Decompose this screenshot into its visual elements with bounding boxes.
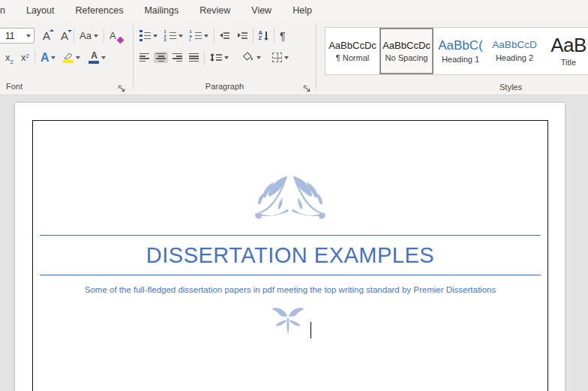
align-left-icon xyxy=(140,53,149,62)
decrease-indent-button[interactable] xyxy=(218,31,232,41)
styles-group: AaBbCcDc ¶ Normal AaBbCcDc No Spacing Aa… xyxy=(321,21,588,95)
shading-button[interactable] xyxy=(240,50,263,66)
decrease-indent-icon xyxy=(220,32,230,39)
tab-help[interactable]: Help xyxy=(292,5,312,16)
borders-button[interactable] xyxy=(270,51,291,64)
font-color-button[interactable]: A xyxy=(86,50,108,65)
small-leaf-ornament xyxy=(269,305,307,340)
align-right-icon xyxy=(172,53,182,62)
style-label: Title xyxy=(561,58,576,67)
divider xyxy=(104,29,104,44)
style-label: ¶ Normal xyxy=(336,53,369,62)
document-title[interactable]: DISSERTATION EXAMPLES xyxy=(33,239,548,272)
chevron-down-icon xyxy=(76,56,80,59)
tab-layout[interactable]: Layout xyxy=(26,5,55,16)
justify-button[interactable] xyxy=(187,52,201,63)
tab-references[interactable]: References xyxy=(75,5,123,16)
style-sample: AaBbCcDc xyxy=(382,41,430,50)
ribbon: 11 A A Aa A xyxy=(0,21,588,95)
caret-down-icon xyxy=(68,30,72,32)
paragraph-dialog-launcher[interactable] xyxy=(303,83,312,92)
borders-icon xyxy=(272,53,282,62)
change-case-button[interactable]: Aa xyxy=(77,29,100,43)
align-center-icon xyxy=(156,53,166,62)
chevron-down-icon xyxy=(284,56,289,59)
pilcrow-icon: ¶ xyxy=(280,31,286,41)
title-top-rule xyxy=(40,235,541,236)
line-spacing-button[interactable] xyxy=(208,52,231,63)
text-cursor xyxy=(310,322,312,338)
style-normal[interactable]: AaBbCcDc ¶ Normal xyxy=(326,28,380,74)
tab-review[interactable]: Review xyxy=(200,5,230,16)
styles-group-label: Styles xyxy=(500,83,522,92)
divider xyxy=(34,50,35,65)
justify-icon xyxy=(189,53,199,62)
text-highlight-button[interactable] xyxy=(61,51,82,65)
chevron-down-icon xyxy=(224,56,229,59)
document-subtitle[interactable]: Some of the full-fledged dissertation pa… xyxy=(33,285,548,294)
chevron-down-icon xyxy=(26,35,31,38)
word-window: n Layout References Mailings Review View… xyxy=(0,0,588,391)
styles-gallery: AaBbCcDc ¶ Normal AaBbCcDc No Spacing Aa… xyxy=(325,27,588,75)
grow-font-button[interactable]: A xyxy=(40,29,52,43)
change-case-icon: Aa xyxy=(80,30,92,41)
floral-flourish-ornament xyxy=(33,173,548,224)
style-sample: AaB xyxy=(550,35,586,55)
chevron-down-icon xyxy=(256,56,261,59)
eraser-diamond-icon xyxy=(116,37,124,44)
caret-up-icon xyxy=(50,29,54,32)
align-right-button[interactable] xyxy=(170,52,184,63)
text-effects-icon: A xyxy=(40,52,50,64)
document-page[interactable]: DISSERTATION EXAMPLES Some of the full-f… xyxy=(15,103,565,391)
chevron-down-icon xyxy=(101,56,106,59)
tab-view[interactable]: View xyxy=(251,5,272,16)
font-size-value: 11 xyxy=(5,31,14,41)
tab-design-partial[interactable]: n xyxy=(0,5,5,16)
chevron-down-icon xyxy=(204,35,208,38)
align-center-button[interactable] xyxy=(154,52,168,63)
paragraph-group-label: Paragraph xyxy=(137,82,312,91)
subscript-button[interactable]: x2 xyxy=(3,51,16,64)
style-sample: AaBbC( xyxy=(438,39,483,52)
title-bottom-rule xyxy=(40,275,541,275)
chevron-down-icon xyxy=(94,35,98,38)
paragraph-group: 123 1ai xyxy=(137,26,312,68)
style-sample: AaBbCcDc xyxy=(328,41,376,50)
divider xyxy=(74,29,74,44)
sort-button[interactable]: AZ xyxy=(256,29,271,42)
tab-mailings[interactable]: Mailings xyxy=(144,5,178,16)
style-label: No Spacing xyxy=(386,53,428,62)
chevron-down-icon xyxy=(51,56,56,59)
style-heading-2[interactable]: AaBbCcD Heading 2 xyxy=(488,28,542,74)
style-label: Heading 2 xyxy=(496,53,533,62)
font-group: 11 A A Aa A xyxy=(3,26,132,68)
align-left-button[interactable] xyxy=(137,52,152,63)
page-border: DISSERTATION EXAMPLES Some of the full-f… xyxy=(32,120,548,391)
paint-bucket-icon xyxy=(242,51,254,65)
style-heading-1[interactable]: AaBbC( Heading 1 xyxy=(434,28,488,74)
clear-formatting-button[interactable]: A xyxy=(107,29,118,43)
superscript-icon: x2 xyxy=(21,53,29,62)
numbering-button[interactable]: 123 xyxy=(162,29,185,42)
style-no-spacing[interactable]: AaBbCcDc No Spacing xyxy=(380,28,434,74)
highlight-color-bar xyxy=(63,60,74,63)
ribbon-tab-bar: n Layout References Mailings Review View… xyxy=(0,0,588,21)
chevron-down-icon xyxy=(178,35,183,38)
bullets-button[interactable] xyxy=(137,29,160,44)
show-paragraph-marks-button[interactable]: ¶ xyxy=(278,29,288,43)
highlighter-icon xyxy=(63,53,74,63)
numbered-list-icon: 123 xyxy=(164,30,176,41)
shrink-font-button[interactable]: A xyxy=(58,29,70,43)
divider xyxy=(204,50,205,65)
font-dialog-launcher[interactable] xyxy=(118,83,127,92)
subscript-icon: x2 xyxy=(5,53,14,62)
style-label: Heading 1 xyxy=(442,55,479,64)
clear-formatting-icon: A xyxy=(110,30,116,41)
text-effects-button[interactable]: A xyxy=(38,50,58,65)
divider xyxy=(214,29,214,44)
style-title[interactable]: AaB Title xyxy=(542,28,588,74)
multilevel-list-button[interactable]: 1ai xyxy=(188,29,211,42)
increase-indent-button[interactable] xyxy=(236,31,250,41)
superscript-button[interactable]: x2 xyxy=(19,51,32,64)
font-size-combobox[interactable]: 11 xyxy=(0,28,34,44)
